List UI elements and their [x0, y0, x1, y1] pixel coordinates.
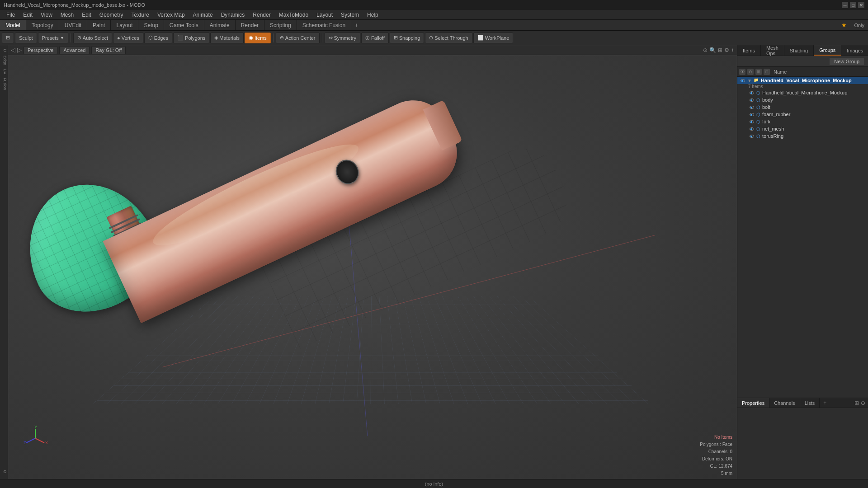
- sidebar-tab-u[interactable]: U: [0, 47, 8, 54]
- viewport-icon-2[interactable]: 🔍: [709, 47, 716, 53]
- tab-model[interactable]: Model: [0, 20, 26, 30]
- group-header-icon2[interactable]: ⊙: [747, 69, 754, 75]
- group-column-header: 👁 ⊙ ⊞ □ Name: [737, 67, 868, 77]
- menu-texture[interactable]: Texture: [128, 11, 153, 19]
- status-bar: (no info): [0, 479, 868, 488]
- menu-system[interactable]: System: [337, 11, 363, 19]
- lower-tab-channels[interactable]: Channels: [769, 398, 800, 408]
- list-item-bolt[interactable]: ⬡ bolt: [746, 103, 868, 111]
- advanced-button[interactable]: Advanced: [59, 46, 90, 54]
- menu-maxtomodo[interactable]: MaxToModo: [275, 11, 312, 19]
- menu-mesh[interactable]: Mesh: [57, 11, 77, 19]
- viewport-icon-1[interactable]: ⊙: [703, 47, 708, 53]
- mesh-icon-foam: ⬡: [756, 112, 760, 117]
- menu-bar: File Edit View Mesh Edit Geometry Textur…: [0, 10, 868, 20]
- menu-vertexmap[interactable]: Vertex Map: [154, 11, 189, 19]
- viewport[interactable]: ◁ ▷ Perspective Advanced Ray GL: Off ⊙ 🔍…: [8, 45, 737, 479]
- tab-shading[interactable]: Shading: [784, 45, 814, 56]
- materials-button[interactable]: ◈ Materials: [210, 33, 244, 43]
- list-item-netmesh[interactable]: ⬡ net_mesh: [746, 125, 868, 132]
- tab-gametools[interactable]: Game Tools: [164, 20, 204, 30]
- viewport-pin-icon[interactable]: ◁: [11, 47, 15, 53]
- sidebar-tab-fusion[interactable]: Fusion: [0, 76, 8, 92]
- items-button[interactable]: ◉ Items: [245, 33, 271, 43]
- sculpt-label: Sculpt: [19, 35, 33, 41]
- menu-view[interactable]: View: [37, 11, 56, 19]
- group-header-icon1[interactable]: 👁: [739, 69, 745, 75]
- lower-panel: Properties Channels Lists + ⊞ ⊙: [737, 398, 868, 479]
- menu-help[interactable]: Help: [363, 11, 382, 19]
- viewport-canvas[interactable]: X Z Y No Items Polygons : Face Channels:…: [8, 55, 737, 479]
- list-item-body[interactable]: ⬡ body: [746, 96, 868, 103]
- menu-file[interactable]: File: [3, 11, 19, 19]
- viewport-icon-3[interactable]: ⊞: [718, 47, 722, 53]
- tab-animate[interactable]: Animate: [204, 20, 236, 30]
- select-through-button[interactable]: ⊙ Select Through: [425, 33, 472, 43]
- menu-edit[interactable]: Edit: [19, 11, 36, 19]
- only-label: Only: [850, 20, 868, 30]
- tab-render[interactable]: Render: [236, 20, 264, 30]
- close-button[interactable]: ✕: [858, 2, 864, 8]
- menu-render[interactable]: Render: [249, 11, 274, 19]
- tab-groups[interactable]: Groups: [814, 45, 841, 56]
- list-item-fork[interactable]: ⬡ fork: [746, 118, 868, 125]
- menu-animate[interactable]: Animate: [189, 11, 217, 19]
- viewport-icon-5[interactable]: +: [731, 47, 734, 53]
- lower-expand-icon[interactable]: ⊞: [854, 400, 859, 406]
- maximize-button[interactable]: □: [850, 2, 856, 8]
- tab-schematic[interactable]: Schematic Fusion: [297, 20, 351, 30]
- group-header-icon3[interactable]: ⊞: [755, 69, 762, 75]
- auto-select-button[interactable]: ⊙ Auto Select: [73, 33, 112, 43]
- viewport-icon-4[interactable]: ⚙: [724, 47, 729, 53]
- menu-edit2[interactable]: Edit: [78, 11, 95, 19]
- status-text: (no info): [4, 481, 864, 487]
- group-item-main[interactable]: ▼ 📁 Handheld_Vocal_Microphone_Mockup: [737, 77, 868, 84]
- list-item-torus[interactable]: ⬡ torusRing: [746, 132, 868, 140]
- perspective-button[interactable]: Perspective: [24, 46, 57, 54]
- list-item-group-main[interactable]: ⬡ Handheld_Vocal_Microphone_Mockup: [746, 89, 868, 96]
- action-center-button[interactable]: ⊕ Action Center: [276, 33, 320, 43]
- falloff-icon: ◎: [365, 35, 370, 41]
- lower-tab-lists[interactable]: Lists: [800, 398, 820, 408]
- lower-tab-icons: ⊞ ⊙: [852, 398, 868, 408]
- layout-button[interactable]: ⊞: [2, 33, 14, 43]
- minimize-button[interactable]: ─: [842, 2, 848, 8]
- lower-tab-add[interactable]: +: [820, 398, 830, 408]
- viewport-prev-icon[interactable]: ▷: [17, 47, 22, 53]
- tab-items[interactable]: Items: [737, 45, 761, 56]
- menu-layout[interactable]: Layout: [313, 11, 336, 19]
- svg-text:X: X: [45, 441, 48, 445]
- workplane-button[interactable]: ⬜ WorkPlane: [473, 33, 514, 43]
- menu-dynamics[interactable]: Dynamics: [217, 11, 249, 19]
- sidebar-tab-bottom[interactable]: ⊙: [0, 468, 8, 475]
- scene-3d: X Z Y No Items Polygons : Face Channels:…: [8, 55, 737, 479]
- menu-geometry[interactable]: Geometry: [96, 11, 127, 19]
- symmetry-button[interactable]: ⇔ Symmetry: [325, 33, 361, 43]
- tab-scripting[interactable]: Scripting: [264, 20, 297, 30]
- lower-arrow-icon[interactable]: ⊙: [861, 400, 865, 406]
- group-header-icon4[interactable]: □: [764, 69, 770, 75]
- tab-setup[interactable]: Setup: [138, 20, 164, 30]
- sidebar-tab-uv[interactable]: UV: [0, 67, 8, 76]
- list-item-foam[interactable]: ⬡ foam_rubber: [746, 111, 868, 118]
- vertices-button[interactable]: ● Vertices: [113, 33, 143, 43]
- tab-layout[interactable]: Layout: [111, 20, 138, 30]
- presets-button[interactable]: Presets ▼: [38, 33, 68, 43]
- sculpt-button[interactable]: Sculpt: [15, 33, 37, 43]
- new-group-button[interactable]: New Group: [829, 57, 864, 66]
- lower-tab-properties[interactable]: Properties: [737, 398, 769, 408]
- tab-topology[interactable]: Topology: [26, 20, 59, 30]
- tab-paint[interactable]: Paint: [87, 20, 111, 30]
- falloff-button[interactable]: ◎ Falloff: [361, 33, 389, 43]
- tab-mesh-ops[interactable]: Mesh Ops: [761, 45, 784, 56]
- add-tab-button[interactable]: +: [351, 20, 362, 30]
- edges-button[interactable]: ⬡ Edges: [144, 33, 172, 43]
- tab-uvedit[interactable]: UVEdit: [59, 20, 87, 30]
- sidebar-tab-edge[interactable]: Edge: [0, 54, 8, 67]
- title-bar: Handheld_Vocal_Microphone_Mockup_modo_ba…: [0, 0, 868, 10]
- snapping-button[interactable]: ⊞ Snapping: [390, 33, 425, 43]
- tab-images[interactable]: Images: [841, 45, 868, 56]
- eye-icon-main: [749, 90, 755, 95]
- polygons-button[interactable]: ⬛ Polygons: [173, 33, 209, 43]
- ray-gl-button[interactable]: Ray GL: Off: [91, 46, 126, 54]
